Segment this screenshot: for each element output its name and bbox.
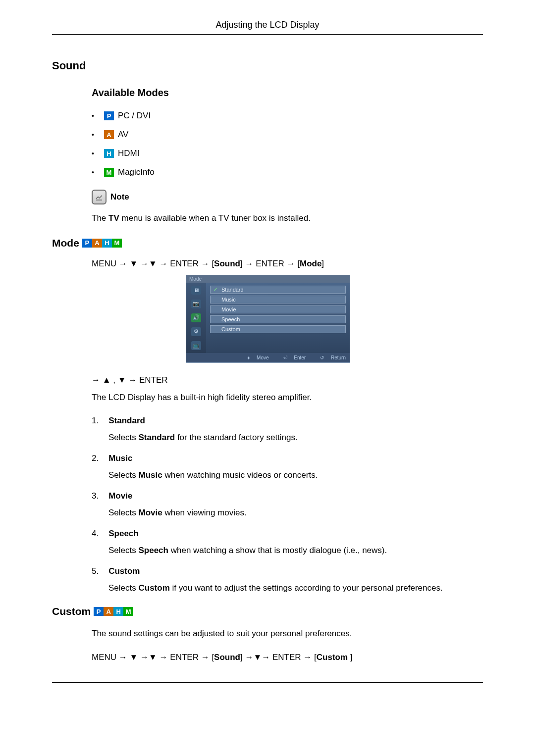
mode-label: PC / DVI (118, 111, 151, 121)
badge-a-icon: A (104, 607, 113, 616)
path-suffix: ] (321, 259, 324, 268)
mode-item-av: • A AV (92, 130, 483, 140)
osd-footer-move: ♦ Move (242, 355, 268, 360)
desc-bold: Speech (138, 546, 168, 555)
osd-panel: Mode 🖥 📷 🔊 ⚙ 📺 ✓Standard Music Movie Spe… (186, 275, 350, 363)
item-title: Speech (108, 529, 138, 539)
osd-sidebar: 🖥 📷 🔊 ⚙ 📺 (186, 283, 206, 353)
badge-m-icon: M (123, 607, 133, 616)
badge-h-icon: H (104, 149, 114, 158)
item-title: Music (108, 454, 132, 463)
check-icon: ✓ (214, 287, 218, 292)
list-item: 2 Music Selects Music when watching musi… (92, 454, 483, 480)
item-desc: Selects Speech when watching a show that… (108, 546, 483, 555)
item-title: Custom (108, 566, 140, 576)
note-label: Note (110, 192, 129, 202)
path-prefix: MENU → ▼ →▼ → ENTER → [ (92, 653, 214, 662)
item-desc: Selects Standard for the standard factor… (108, 433, 483, 443)
bullet-icon: • (92, 168, 104, 176)
mode-item-magicinfo: • M MagicInfo (92, 167, 483, 177)
desc-pre: Selects (108, 508, 138, 517)
desc-pre: Selects (108, 470, 138, 480)
osd-option: Speech (210, 315, 346, 323)
note-text-prefix: The (92, 213, 108, 223)
osd-tab-icon: 🔊 (191, 313, 201, 322)
mode-heading-text: Mode (52, 237, 79, 249)
custom-heading: Custom P A H M (52, 605, 483, 617)
page-header: Adjusting the LCD Display (52, 20, 483, 35)
note-text-bold: TV (108, 213, 119, 223)
path-custom: Custom (317, 653, 350, 662)
desc-post: when viewing movies. (162, 508, 247, 517)
osd-title: Mode (186, 275, 350, 283)
desc-post: if you want to adjust the settings accor… (170, 583, 443, 593)
note-text-suffix: menu is available when a TV tuner box is… (119, 213, 311, 223)
item-number: 4 (92, 529, 99, 539)
osd-option: Music (210, 296, 346, 303)
desc-post: when watching a show that is mostly dial… (168, 546, 387, 555)
osd-option-label: Movie (221, 306, 236, 312)
footer-divider (52, 682, 483, 683)
custom-badges: P A H M (94, 607, 133, 616)
item-title: Movie (108, 491, 132, 501)
list-item: 3 Movie Selects Movie when viewing movie… (92, 491, 483, 518)
osd-option-label: Music (221, 297, 236, 302)
document-page: Adjusting the LCD Display Sound Availabl… (0, 0, 535, 712)
osd-option-label: Standard (221, 287, 244, 293)
desc-bold: Custom (138, 583, 169, 593)
item-number: 3 (92, 491, 99, 501)
osd-main: ✓Standard Music Movie Speech Custom (206, 283, 350, 353)
custom-intro: The sound settings can be adjusted to su… (92, 627, 483, 640)
list-item: 5 Custom Selects Custom if you want to a… (92, 566, 483, 593)
desc-bold: Music (138, 470, 162, 480)
path-sound: Sound (214, 653, 240, 662)
section-sound-heading: Sound (52, 59, 483, 72)
path-suffix: ] (350, 653, 353, 662)
osd-footer-return: ↺ Return (315, 355, 346, 360)
badge-a-icon: A (104, 130, 114, 139)
desc-pre: Selects (108, 583, 138, 593)
osd-option: Custom (210, 325, 346, 333)
available-modes-heading: Available Modes (92, 87, 483, 99)
desc-bold: Movie (138, 508, 162, 517)
osd-tab-icon: 🖥 (191, 286, 201, 295)
osd-tab-icon: ⚙ (191, 327, 201, 336)
badge-m-icon: M (104, 168, 114, 177)
mode-options-list: 1 Standard Selects Standard for the stan… (92, 416, 483, 593)
path-mode: Mode (300, 259, 321, 268)
item-number: 5 (92, 566, 99, 576)
path-mid: ] → ENTER → [ (240, 259, 300, 268)
custom-heading-text: Custom (52, 605, 91, 617)
desc-pre: Selects (108, 546, 138, 555)
mode-badges: P A H M (82, 239, 122, 248)
mode-item-hdmi: • H HDMI (92, 149, 483, 158)
note-icon (92, 190, 107, 204)
badge-h-icon: H (102, 239, 112, 248)
custom-menu-path: MENU → ▼ →▼ → ENTER → [Sound] →▼→ ENTER … (92, 653, 483, 662)
mode-label: HDMI (118, 149, 139, 158)
available-modes-list: • P PC / DVI • A AV • H HDMI • M MagicIn… (92, 111, 483, 177)
osd-footer-move-label: Move (251, 355, 268, 360)
path-mid: ] →▼→ ENTER → [ (240, 653, 317, 662)
item-desc: Selects Movie when viewing movies. (108, 508, 483, 518)
item-title: Standard (108, 416, 145, 426)
item-desc: Selects Music when watching music videos… (108, 470, 483, 480)
osd-footer-enter-label: Enter (288, 355, 306, 360)
path-sound: Sound (214, 259, 240, 268)
osd-option: Movie (210, 305, 346, 313)
osd-footer-return-label: Return (325, 355, 346, 360)
desc-post: when watching music videos or concerts. (162, 470, 318, 480)
badge-a-icon: A (92, 239, 102, 248)
mode-nav-line: → ▲ , ▼ → ENTER (92, 375, 483, 385)
osd-screenshot: Mode 🖥 📷 🔊 ⚙ 📺 ✓Standard Music Movie Spe… (186, 275, 483, 363)
desc-bold: Standard (138, 433, 175, 442)
badge-p-icon: P (94, 607, 104, 616)
osd-body: 🖥 📷 🔊 ⚙ 📺 ✓Standard Music Movie Speech C… (186, 283, 350, 353)
mode-heading: Mode P A H M (52, 237, 483, 249)
mode-menu-path: MENU → ▼ →▼ → ENTER → [Sound] → ENTER → … (92, 259, 483, 269)
bullet-icon: • (92, 112, 104, 120)
item-number: 1 (92, 416, 99, 426)
list-item: 1 Standard Selects Standard for the stan… (92, 416, 483, 443)
note-row: Note (92, 190, 483, 204)
osd-footer-enter: ⏎ Enter (278, 355, 306, 360)
